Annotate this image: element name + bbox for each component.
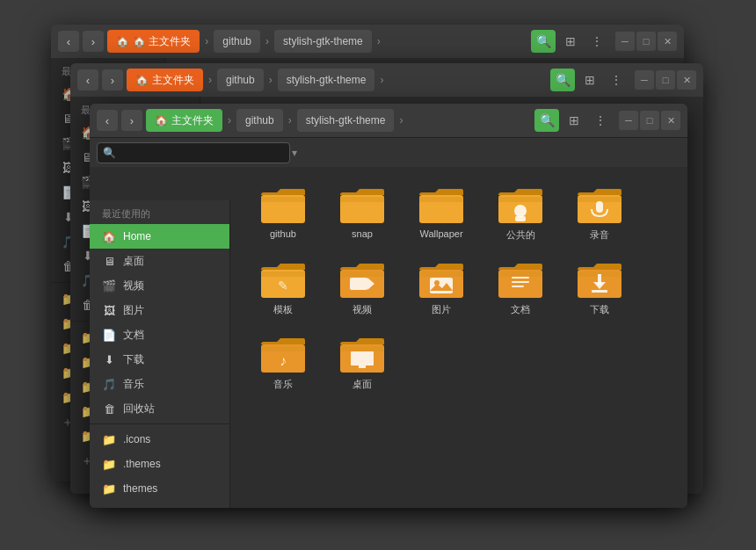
file-download[interactable]: 下载	[564, 256, 635, 322]
path-stylish-1[interactable]: stylish-gtk-theme	[274, 30, 372, 53]
svg-rect-21	[419, 271, 463, 277]
back-button-3[interactable]: ‹	[97, 110, 118, 131]
file-video-label: 视频	[353, 303, 372, 316]
forward-button-1[interactable]: ›	[83, 31, 104, 52]
close-button-3[interactable]: ✕	[661, 111, 680, 130]
svg-point-8	[514, 205, 527, 217]
dropdown-picture-icon: 🖼	[102, 304, 116, 317]
file-wallpaper[interactable]: Wallpaper	[406, 181, 476, 247]
file-desktop[interactable]: 桌面	[327, 330, 397, 396]
home-button-2[interactable]: 🏠 主文件夹	[127, 69, 203, 91]
minimize-button-1[interactable]: ─	[615, 32, 635, 51]
folder-icon-video	[338, 261, 386, 300]
dropdown-icons[interactable]: 📁 .icons	[90, 427, 229, 452]
maximize-button-1[interactable]: □	[636, 32, 656, 51]
folder-icon-snap	[338, 186, 386, 225]
path-arrow-1a: ›	[203, 35, 210, 47]
close-button-2[interactable]: ✕	[677, 70, 696, 90]
dropdown-document-icon: 📄	[102, 329, 116, 342]
maximize-button-3[interactable]: □	[640, 111, 659, 130]
svg-rect-1	[261, 197, 305, 202]
search-input[interactable]	[97, 142, 290, 163]
dropdown-music[interactable]: 🎵 音乐	[90, 372, 229, 396]
titlebar-1: ‹ › 🏠 🏠 主文件夹 › github › stylish-gtk-them…	[51, 25, 684, 58]
file-recording-label: 录音	[590, 228, 609, 242]
file-snap[interactable]: snap	[327, 181, 397, 247]
svg-rect-12	[596, 201, 603, 213]
file-github-label: github	[270, 228, 296, 239]
folder-icon-template: ✎	[259, 261, 307, 300]
svg-rect-3	[340, 197, 384, 202]
view-button-1[interactable]: ⊞	[559, 30, 582, 53]
home-button-3[interactable]: 🏠 主文件夹	[146, 109, 222, 132]
file-desktop-label: 桌面	[353, 378, 372, 391]
file-github[interactable]: github	[248, 181, 318, 247]
folder-icon-download	[576, 261, 623, 300]
file-wallpaper-label: Wallpaper	[419, 228, 462, 239]
titlebar-3: ‹ › 🏠 主文件夹 › github › stylish-gtk-theme …	[90, 104, 687, 137]
back-button-2[interactable]: ‹	[77, 69, 98, 90]
svg-rect-27	[512, 281, 529, 283]
home-button-1[interactable]: 🏠 🏠 主文件夹	[107, 30, 200, 53]
dropdown-picture[interactable]: 🖼 图片	[90, 298, 229, 322]
search-button-3[interactable]: 🔍	[534, 109, 559, 132]
forward-button-2[interactable]: ›	[102, 69, 123, 90]
dropdown-sidebar: 最近使用的 🏠 Home 🖥 桌面 🎬 视频 🖼 图片 📄 文档	[90, 200, 230, 508]
svg-rect-9	[515, 216, 526, 221]
dropdown-trash-icon: 🗑	[102, 402, 116, 416]
file-picture[interactable]: 图片	[406, 256, 476, 322]
dropdown-video[interactable]: 🎬 视频	[90, 273, 229, 298]
search-button-2[interactable]: 🔍	[550, 69, 575, 91]
file-public[interactable]: 公共的	[485, 181, 556, 247]
svg-rect-22	[430, 278, 453, 293]
dropdown-themes[interactable]: 📁 themes	[90, 476, 229, 501]
path-stylish-3[interactable]: stylish-gtk-theme	[297, 109, 395, 132]
file-manager-window-3: ‹ › 🏠 主文件夹 › github › stylish-gtk-theme …	[90, 104, 687, 508]
svg-rect-17	[340, 271, 384, 277]
dropdown-themes-dot[interactable]: 📁 .themes	[90, 452, 229, 476]
dropdown-download-icon: ⬇	[102, 353, 116, 366]
folder-icon-picture	[418, 261, 465, 300]
view-button-3[interactable]: ⊞	[563, 109, 585, 132]
file-snap-label: snap	[352, 228, 373, 239]
file-template[interactable]: ✎ 模板	[248, 256, 318, 322]
svg-rect-33	[592, 290, 607, 293]
dropdown-home[interactable]: 🏠 Home	[90, 224, 229, 249]
dropdown-icons2[interactable]: 📁 icons	[90, 501, 229, 508]
path-github-2[interactable]: github	[217, 69, 264, 91]
svg-rect-25	[498, 271, 542, 277]
menu-button-3[interactable]: ⋮	[589, 109, 612, 132]
minimize-button-3[interactable]: ─	[619, 111, 638, 130]
dropdown-document[interactable]: 📄 文档	[90, 322, 229, 347]
path-arrow-2c: ›	[378, 74, 385, 86]
folder-icon-desktop	[338, 336, 386, 374]
view-button-2[interactable]: ⊞	[578, 69, 601, 91]
path-stylish-2[interactable]: stylish-gtk-theme	[278, 69, 375, 91]
folder-icon-music: ♪	[259, 336, 307, 374]
dropdown-trash[interactable]: 🗑 回收站	[90, 396, 229, 421]
path-github-3[interactable]: github	[236, 109, 283, 132]
file-recording[interactable]: 录音	[564, 181, 635, 247]
close-button-1[interactable]: ✕	[658, 32, 677, 51]
maximize-button-2[interactable]: □	[656, 70, 675, 90]
svg-rect-18	[350, 278, 367, 290]
menu-button-1[interactable]: ⋮	[585, 30, 608, 53]
dropdown-download[interactable]: ⬇ 下载	[90, 347, 229, 372]
file-music-label: 音乐	[273, 378, 293, 391]
minimize-button-2[interactable]: ─	[635, 70, 654, 90]
search-wrap: 🔍 ▾	[97, 142, 280, 163]
home-icon-3: 🏠	[155, 114, 168, 127]
file-music[interactable]: ♪ 音乐	[248, 330, 318, 396]
search-button-1[interactable]: 🔍	[531, 30, 556, 53]
back-button-1[interactable]: ‹	[58, 31, 79, 52]
folder-icon-github	[259, 186, 307, 225]
path-github-1[interactable]: github	[214, 30, 260, 53]
svg-text:♪: ♪	[280, 353, 287, 368]
path-arrow-2b: ›	[267, 74, 274, 86]
dropdown-desktop[interactable]: 🖥 桌面	[90, 249, 229, 273]
file-video[interactable]: 视频	[327, 256, 397, 322]
home-label-1: 🏠 主文件夹	[133, 34, 191, 49]
menu-button-2[interactable]: ⋮	[605, 69, 628, 91]
file-document[interactable]: 文档	[485, 256, 556, 322]
forward-button-3[interactable]: ›	[121, 110, 142, 131]
